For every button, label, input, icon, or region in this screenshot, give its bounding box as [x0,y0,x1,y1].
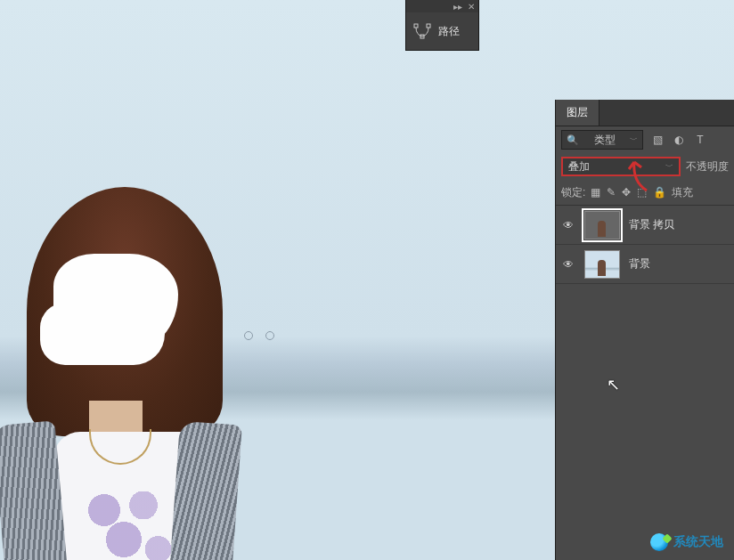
layer-thumbnail[interactable] [584,211,620,239]
path-anchor-point[interactable] [244,331,253,340]
paths-panel-label: 路径 [438,24,460,39]
path-anchor-point[interactable] [265,331,274,340]
watermark: 系统天地 [650,533,723,551]
search-icon: 🔍 [567,134,579,146]
lock-position-icon[interactable]: ✥ [622,186,631,199]
lock-label: 锁定: [561,185,585,200]
layer-item[interactable]: 👁 背景 [556,245,734,284]
svg-rect-0 [414,24,418,28]
collapse-icon[interactable]: ▸▸ [453,2,462,12]
layer-name[interactable]: 背景 拷贝 [629,217,674,232]
layer-thumbnail[interactable] [584,250,620,279]
filter-type-dropdown[interactable]: 🔍 类型 ﹀ [561,130,643,150]
paths-panel-body[interactable]: 路径 [406,12,478,50]
layers-list: 👁 背景 拷贝 👁 背景 [556,205,734,284]
watermark-logo [650,533,668,551]
visibility-eye-icon[interactable]: 👁 [561,258,575,271]
filter-adjustment-icon[interactable]: ◐ [672,134,686,146]
chevron-down-icon: ﹀ [665,161,673,173]
filter-icons: ▧ ◐ T [650,134,707,146]
layers-tab[interactable]: 图层 [556,100,599,126]
blend-mode-value: 叠加 [568,159,590,174]
fill-label: 填充 [672,185,693,200]
filter-pixel-icon[interactable]: ▧ [650,134,665,146]
close-icon[interactable]: ✕ [468,2,475,12]
pen-path-icon [413,23,431,39]
lock-pixels-icon[interactable]: ✎ [607,186,616,199]
svg-rect-1 [427,24,430,28]
layer-name[interactable]: 背景 [629,256,650,272]
visibility-eye-icon[interactable]: 👁 [561,219,575,231]
lock-artboard-icon[interactable]: ⬚ [637,186,647,199]
opacity-label: 不透明度 [686,159,729,174]
lock-row: 锁定: ▦ ✎ ✥ ⬚ 🔒 填充 [556,180,734,205]
filter-type-label: 类型 [594,133,616,148]
lock-transparency-icon[interactable]: ▦ [591,186,600,199]
paths-panel: ▸▸ ✕ 路径 [405,0,479,51]
panel-tabbar: 图层 [556,100,734,126]
lock-all-icon[interactable]: 🔒 [653,186,666,199]
paths-panel-header[interactable]: ▸▸ ✕ [406,0,478,12]
layer-item[interactable]: 👁 背景 拷贝 [556,206,734,245]
blend-row: 叠加 ﹀ 不透明度 [556,153,734,180]
photo-subject [0,187,267,560]
watermark-text: 系统天地 [673,534,723,550]
blend-mode-dropdown[interactable]: 叠加 ﹀ [561,157,681,176]
chevron-down-icon: ﹀ [630,134,638,146]
layer-filter-row: 🔍 类型 ﹀ ▧ ◐ T [556,126,734,153]
layers-tab-label: 图层 [567,105,588,120]
filter-type-icon[interactable]: T [693,134,707,146]
layers-panel: 图层 🔍 类型 ﹀ ▧ ◐ T 叠加 ﹀ 不透明度 锁定: ▦ ✎ ✥ [555,100,734,560]
